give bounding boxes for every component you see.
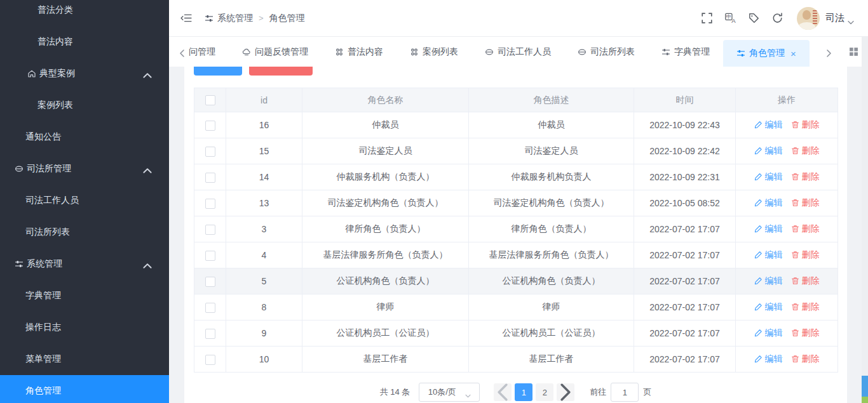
- actions-cell: 编辑删除: [736, 320, 838, 347]
- delete-button[interactable]: 删除: [791, 171, 820, 183]
- edit-button[interactable]: 编辑: [754, 353, 783, 365]
- page-unit-label: 页: [643, 386, 651, 398]
- tab[interactable]: 问题反馈管理: [229, 37, 322, 67]
- sliders-icon: [205, 14, 214, 23]
- chevron-left-icon: [179, 50, 186, 57]
- delete-button[interactable]: 删除: [791, 275, 820, 287]
- sidebar-item[interactable]: 菜单管理: [0, 343, 169, 375]
- pagination-total: 共 14 条: [380, 386, 410, 398]
- edit-button[interactable]: 编辑: [754, 119, 783, 131]
- delete-button[interactable]: 删除: [791, 223, 820, 235]
- sidebar-item[interactable]: 典型案例: [0, 58, 169, 89]
- page-button[interactable]: 2: [536, 383, 553, 401]
- tab[interactable]: 角色管理×: [723, 40, 810, 67]
- chevron-down-icon: [848, 16, 854, 20]
- fullscreen-icon[interactable]: [702, 13, 712, 23]
- refresh-icon[interactable]: [772, 13, 783, 23]
- tab[interactable]: 案例列表: [397, 37, 471, 67]
- row-checkbox[interactable]: [205, 147, 215, 157]
- delete-button[interactable]: 删除: [791, 145, 820, 157]
- row-checkbox[interactable]: [205, 199, 215, 209]
- svg-text:A: A: [731, 17, 736, 23]
- edit-button[interactable]: 编辑: [754, 301, 783, 313]
- tab-options-grid-icon[interactable]: [849, 47, 858, 56]
- avatar[interactable]: [797, 7, 820, 30]
- tabs-scroll-left-icon[interactable]: [179, 48, 186, 56]
- tag-icon[interactable]: [749, 13, 759, 23]
- sidebar-item[interactable]: 系统管理: [0, 248, 169, 280]
- row-checkbox[interactable]: [205, 251, 215, 261]
- scrollbar-thumb[interactable]: [862, 376, 868, 397]
- edit-button[interactable]: 编辑: [754, 171, 783, 183]
- delete-button[interactable]: 删除: [791, 119, 820, 131]
- row-checkbox[interactable]: [205, 277, 215, 287]
- user-menu[interactable]: 司法: [825, 12, 854, 24]
- tab-label: 字典管理: [674, 46, 710, 58]
- tab[interactable]: 司法工作人员: [471, 37, 564, 67]
- sidebar-item-label: 通知公告: [25, 131, 61, 143]
- edit-button[interactable]: 编辑: [754, 327, 783, 339]
- sidebar-item[interactable]: 普法内容: [0, 26, 169, 58]
- primary-action-button[interactable]: [194, 67, 242, 76]
- sidebar-item[interactable]: 字典管理: [0, 280, 169, 312]
- column-header: 角色描述: [469, 88, 634, 112]
- sidebar-item[interactable]: 普法分类: [0, 0, 169, 26]
- tab[interactable]: 普法内容: [322, 37, 397, 67]
- sliders-icon: [661, 48, 670, 56]
- table-row: 4基层法律服务所角色（负责人）基层法律服务所角色（负责人）2022-07-02 …: [194, 242, 838, 268]
- row-checkbox[interactable]: [205, 303, 215, 313]
- delete-button[interactable]: 删除: [791, 301, 820, 313]
- actions-cell: 编辑删除: [736, 138, 838, 164]
- goto-page-input[interactable]: [611, 383, 639, 402]
- edit-button[interactable]: 编辑: [754, 223, 783, 235]
- pencil-icon: [754, 303, 763, 311]
- sliders-icon: [205, 14, 214, 23]
- next-page-button[interactable]: [557, 383, 574, 401]
- delete-button[interactable]: 删除: [791, 197, 820, 209]
- delete-button[interactable]: 删除: [791, 327, 820, 339]
- time-cell: 2022-10-09 22:31: [634, 164, 736, 190]
- page-button[interactable]: 1: [515, 383, 532, 401]
- row-checkbox[interactable]: [205, 355, 215, 365]
- trash-icon: [791, 355, 799, 363]
- sidebar-item[interactable]: 角色管理: [0, 375, 169, 403]
- delete-button[interactable]: 删除: [791, 353, 820, 365]
- edit-button[interactable]: 编辑: [754, 275, 783, 287]
- edit-button[interactable]: 编辑: [754, 197, 783, 209]
- time-cell: 2022-07-02 17:07: [634, 347, 736, 373]
- select-all-checkbox[interactable]: [205, 95, 215, 105]
- fold-sidebar-icon[interactable]: [180, 13, 192, 23]
- close-icon[interactable]: ×: [790, 49, 796, 58]
- tabs-scroll-right-icon[interactable]: [825, 48, 832, 56]
- pencil-icon: [754, 277, 763, 285]
- tab[interactable]: 问管理: [186, 37, 229, 67]
- pagination: 共 14 条 10条/页 12 前往 页: [194, 383, 837, 402]
- row-checkbox[interactable]: [205, 225, 215, 235]
- sidebar-item[interactable]: 通知公告: [0, 121, 169, 153]
- breadcrumb-separator: >: [259, 13, 264, 23]
- header: 系统管理 > 角色管理 中A 司法: [169, 0, 868, 37]
- sidebar-item[interactable]: 司法所管理: [0, 153, 169, 185]
- tab[interactable]: 司法所列表: [564, 37, 648, 67]
- sidebar-item[interactable]: 司法工作人员: [0, 185, 169, 216]
- edit-label: 编辑: [765, 249, 783, 261]
- sidebar-item[interactable]: 操作日志: [0, 312, 169, 343]
- edit-button[interactable]: 编辑: [754, 249, 783, 261]
- page-size-select[interactable]: 10条/页: [419, 383, 480, 402]
- row-checkbox[interactable]: [205, 121, 215, 131]
- pencil-icon: [754, 251, 763, 259]
- sidebar-item[interactable]: 司法所列表: [0, 216, 169, 248]
- role-desc-cell: 仲裁员: [469, 112, 634, 138]
- tab[interactable]: 字典管理: [648, 37, 723, 67]
- row-checkbox[interactable]: [205, 329, 215, 339]
- danger-action-button[interactable]: [249, 67, 313, 76]
- breadcrumb-section[interactable]: 系统管理: [217, 13, 253, 24]
- delete-button[interactable]: 删除: [791, 249, 820, 261]
- row-checkbox[interactable]: [205, 173, 215, 183]
- edit-button[interactable]: 编辑: [754, 145, 783, 157]
- grid-icon: [410, 48, 419, 56]
- sidebar-item-label: 字典管理: [25, 290, 61, 301]
- translate-icon[interactable]: 中A: [725, 13, 736, 23]
- sidebar-item[interactable]: 案例列表: [0, 89, 169, 121]
- prev-page-button[interactable]: [494, 383, 512, 401]
